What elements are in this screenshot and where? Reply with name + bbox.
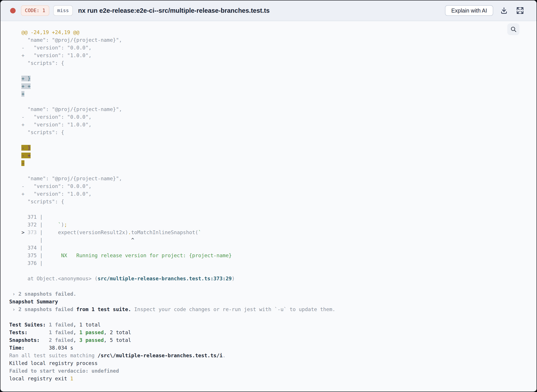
diff-removed-highlight: - } [9,144,532,152]
diff-added-line: + "version": "1.0.0", [9,190,532,198]
terminal-output-panel: @@ -24,19 +24,19 @@ "name": "@proj/{proj… [0,21,537,391]
blank-line [9,283,532,290]
diff-added-line: + "version": "1.0.0", [9,52,532,59]
diff-removed-highlight: - + [9,152,532,159]
tests-summary: Tests: 1 failed, 1 passed, 2 total [9,329,532,336]
blank-line [9,267,532,275]
red-status-dot [10,8,16,14]
code-frame-line: 371 | [9,213,532,221]
blank-line [9,136,532,144]
diff-context-line: "scripts": { [9,59,532,67]
cache-miss-badge: miss [53,5,73,16]
snapshot-summary-heading: Snapshot Summary [9,298,532,306]
expand-icon [516,7,524,14]
snapshots-summary: Snapshots: 2 failed, 3 passed, 5 total [9,336,532,344]
download-icon [500,7,508,14]
diff-added-highlight: + + [9,82,532,90]
diff-added-highlight: + [9,90,532,98]
diff-context-line: "scripts": { [9,129,532,136]
diff-removed-highlight: - [9,159,532,167]
task-header: CODE: 1 miss nx run e2e-release:e2e-ci--… [0,0,537,21]
test-suites-summary: Test Suites: 1 failed, 1 total [9,321,532,329]
diff-removed-line: - "version": "0.0.0", [9,44,532,52]
code-frame-caret-line: | ^ [9,236,532,244]
code-frame-line: 374 | [9,244,532,252]
snapshot-summary-line: › 2 snapshots failed from 1 test suite. … [9,306,532,313]
diff-hunk-header: @@ -24,19 +24,19 @@ [9,28,532,36]
diff-removed-line: - "version": "0.0.0", [9,182,532,190]
code-frame-line: 376 | [9,259,532,267]
fullscreen-button[interactable] [516,7,524,14]
terminal-output: @@ -24,19 +24,19 @@ "name": "@proj/{proj… [9,28,532,383]
code-frame-line: 372 | `); [9,221,532,229]
exit-code-badge: CODE: 1 [21,5,49,16]
blank-line [9,205,532,213]
verdaccio-line: Failed to start verdaccio: undefined [9,367,532,375]
killed-registry-line: Killed local registry process [9,359,532,367]
code-frame-line: 375 | NX Running release version for pro… [9,252,532,259]
search-icon [510,26,517,33]
blank-line [9,167,532,175]
explain-with-ai-button[interactable]: Explain with AI [445,5,493,16]
time-summary: Time: 38.034 s [9,344,532,352]
stack-trace-line: at Object.<anonymous> (src/multiple-rele… [9,275,532,283]
blank-line [9,67,532,75]
diff-removed-line: - "version": "0.0.0", [9,113,532,121]
code-frame-error-line: > 373 | expect(versionResult2x).toMatchI… [9,229,532,236]
diff-context-line: "name": "@proj/{project-name}", [9,175,532,182]
diff-context-line: "scripts": { [9,198,532,205]
snapshots-failed-line: › 2 snapshots failed. [9,290,532,298]
task-output-window: CODE: 1 miss nx run e2e-release:e2e-ci--… [0,0,537,392]
download-log-button[interactable] [500,7,508,14]
task-title: nx run e2e-release:e2e-ci--src/multiple-… [78,7,445,14]
exit-code-line: local registry exit 1 [9,375,532,383]
diff-context-line: "name": "@proj/{project-name}", [9,36,532,44]
diff-added-highlight: + } [9,75,532,82]
diff-added-line: + "version": "1.0.0", [9,121,532,129]
blank-line [9,98,532,106]
search-log-button[interactable] [507,23,519,35]
diff-context-line: "name": "@proj/{project-name}", [9,106,532,113]
ran-suites-line: Ran all test suites matching /src\/multi… [9,352,532,359]
blank-line [9,313,532,321]
